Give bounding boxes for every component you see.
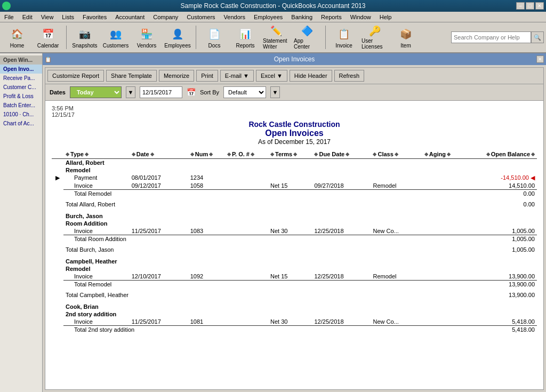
menu-employees[interactable]: Employees: [252, 13, 285, 21]
sort-arrow-btn[interactable]: ▼: [270, 86, 280, 98]
restore-btn[interactable]: □: [526, 2, 534, 10]
diamond-type-left[interactable]: ◆: [66, 151, 69, 157]
col-header-aging[interactable]: ◆ Aging ◆: [422, 150, 464, 159]
diamond-class-right[interactable]: ◆: [395, 151, 398, 157]
menu-customers[interactable]: Customers: [184, 13, 217, 21]
diamond-po-right[interactable]: ◆: [251, 151, 254, 157]
date-input[interactable]: [140, 86, 182, 98]
diamond-terms-left[interactable]: ◆: [270, 151, 274, 157]
collapse-arrow[interactable]: [52, 182, 63, 190]
diamond-num-right[interactable]: ◆: [209, 151, 213, 157]
diamond-date-left[interactable]: ◆: [132, 151, 135, 157]
tx-type[interactable]: Invoice: [63, 182, 130, 190]
menu-accountant[interactable]: Accountant: [113, 13, 147, 21]
job-name[interactable]: 2nd story addition: [63, 310, 537, 318]
menu-favorites[interactable]: Favorites: [81, 13, 109, 21]
collapse-arrow[interactable]: ▶: [52, 174, 63, 182]
menu-reports[interactable]: Reports: [319, 13, 344, 21]
diamond-terms-right[interactable]: ◆: [293, 151, 297, 157]
toolbar-snapshots[interactable]: 📷 Snapshots: [70, 24, 100, 51]
collapse-arrow[interactable]: [52, 318, 63, 326]
sort-select[interactable]: Default Date Type Amount: [223, 86, 266, 98]
memorize-btn[interactable]: Memorize: [159, 70, 194, 82]
sidebar-item-profit-loss[interactable]: Profit & Loss: [0, 92, 42, 101]
tx-type[interactable]: Invoice: [63, 273, 130, 281]
diamond-po-left[interactable]: ◆: [227, 151, 231, 157]
toolbar-statement-writer[interactable]: ✏️ Statement Writer: [261, 24, 291, 51]
customer-name[interactable]: Allard, Robert: [63, 159, 537, 167]
email-btn[interactable]: E-mail ▼: [220, 70, 254, 82]
toolbar-calendar[interactable]: 📅 Calendar: [33, 24, 63, 51]
window-controls[interactable]: – □ ✕: [516, 2, 544, 10]
col-header-type[interactable]: ◆ Type ◆: [63, 150, 130, 159]
table-row[interactable]: ▶ Payment 08/01/2017 1234 -14,510.00 ◀: [52, 174, 537, 182]
menu-edit[interactable]: Edit: [20, 13, 35, 21]
tx-type[interactable]: Invoice: [63, 227, 130, 235]
col-header-po[interactable]: ◆ P. O. # ◆: [225, 150, 268, 159]
toolbar-vendors[interactable]: 🏪 Vendors: [132, 24, 162, 51]
diamond-duedate-left[interactable]: ◆: [314, 151, 318, 157]
menu-help[interactable]: Help: [378, 13, 394, 21]
table-row[interactable]: Invoice 09/12/2017 1058 Net 15 09/27/201…: [52, 182, 537, 190]
sidebar-item-chart-of-accounts[interactable]: Chart of Ac...: [0, 119, 42, 128]
diamond-balance-left[interactable]: ◆: [486, 151, 490, 157]
sidebar-item-open-invoices[interactable]: Open Invo...: [0, 65, 42, 74]
date-arrow-btn[interactable]: ▼: [126, 86, 135, 98]
sidebar-item-batch-enter[interactable]: Batch Enter...: [0, 101, 42, 110]
diamond-type-right[interactable]: ◆: [85, 151, 89, 157]
toolbar-home[interactable]: 🏠 Home: [2, 24, 32, 51]
customer-name[interactable]: Campbell, Heather: [63, 258, 537, 265]
toolbar-user-licenses[interactable]: 🔑 User Licenses: [360, 24, 390, 51]
toolbar-reports[interactable]: 📊 Reports: [230, 24, 260, 51]
col-header-duedate[interactable]: ◆ Due Date ◆: [312, 150, 371, 159]
customize-report-btn[interactable]: Customize Report: [47, 70, 104, 82]
minimize-btn[interactable]: –: [516, 2, 525, 10]
close-btn[interactable]: ✕: [535, 2, 544, 10]
sidebar-item-10100[interactable]: 10100 · Ch...: [0, 110, 42, 119]
collapse-arrow[interactable]: [52, 227, 63, 235]
tx-type[interactable]: Payment: [63, 174, 130, 182]
col-header-balance[interactable]: ◆ Open Balance ◆: [464, 150, 537, 159]
toolbar-docs[interactable]: 📄 Docs: [199, 24, 229, 51]
toolbar-employees[interactable]: 👤 Employees: [163, 24, 192, 51]
hide-header-btn[interactable]: Hide Header: [290, 70, 332, 82]
sidebar-item-receive-payments[interactable]: Receive Pa...: [0, 74, 42, 83]
job-name[interactable]: Remodel: [63, 166, 537, 174]
sidebar-item-customer-center[interactable]: Customer C...: [0, 83, 42, 92]
col-header-terms[interactable]: ◆ Terms ◆: [268, 150, 312, 159]
print-btn[interactable]: Print: [196, 70, 218, 82]
menu-banking[interactable]: Banking: [289, 13, 315, 21]
customer-name[interactable]: Cook, Brian: [63, 303, 537, 310]
table-row[interactable]: Invoice 11/25/2017 1083 Net 30 12/25/201…: [52, 227, 537, 235]
diamond-aging-right[interactable]: ◆: [447, 151, 451, 157]
search-button[interactable]: 🔍: [531, 31, 544, 43]
job-name[interactable]: Room Addition: [63, 220, 537, 227]
menu-file[interactable]: File: [2, 13, 16, 21]
diamond-num-left[interactable]: ◆: [190, 151, 194, 157]
diamond-balance-right[interactable]: ◆: [531, 151, 535, 157]
menu-view[interactable]: View: [39, 13, 56, 21]
diamond-date-right[interactable]: ◆: [150, 151, 154, 157]
col-header-num[interactable]: ◆ Num ◆: [188, 150, 225, 159]
sub-title-close-btn[interactable]: ✕: [536, 55, 544, 63]
collapse-arrow[interactable]: [52, 273, 63, 281]
refresh-btn[interactable]: Refresh: [334, 70, 365, 82]
menu-company[interactable]: Company: [151, 13, 180, 21]
excel-btn[interactable]: Excel ▼: [256, 70, 287, 82]
diamond-duedate-right[interactable]: ◆: [346, 151, 349, 157]
menu-window[interactable]: Window: [348, 13, 373, 21]
customer-name[interactable]: Burch, Jason: [63, 212, 537, 220]
diamond-class-left[interactable]: ◆: [373, 151, 376, 157]
table-row[interactable]: Invoice 12/10/2017 1092 Net 15 12/25/201…: [52, 273, 537, 281]
date-range-select[interactable]: Today This Week This Month Custom: [70, 86, 122, 98]
toolbar-item[interactable]: 📦 Item: [391, 24, 421, 51]
share-template-btn[interactable]: Share Template: [106, 70, 157, 82]
toolbar-customers[interactable]: 👥 Customers: [101, 24, 131, 51]
table-row[interactable]: Invoice 11/25/2017 1081 Net 30 12/25/201…: [52, 318, 537, 326]
menu-vendors[interactable]: Vendors: [222, 13, 247, 21]
col-header-class[interactable]: ◆ Class ◆: [371, 150, 422, 159]
job-name[interactable]: Remodel: [63, 265, 537, 273]
calendar-picker-icon[interactable]: 📅: [187, 88, 196, 97]
menu-lists[interactable]: Lists: [60, 13, 76, 21]
col-header-date[interactable]: ◆ Date ◆: [130, 150, 188, 159]
